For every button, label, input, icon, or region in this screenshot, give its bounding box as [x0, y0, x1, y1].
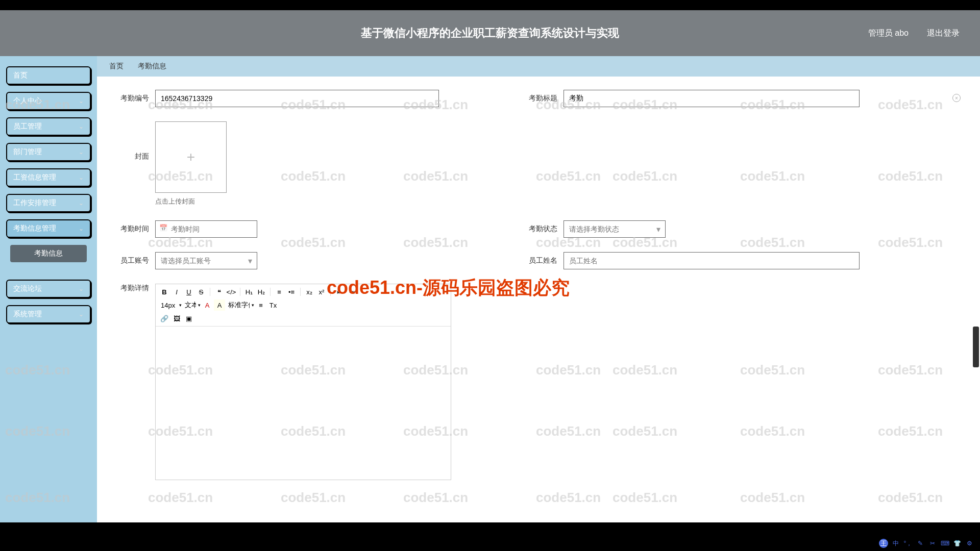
editor-image[interactable]: 🖼	[171, 313, 182, 324]
select-employee-account[interactable]	[155, 252, 257, 269]
upload-hint: 点击上传封面	[155, 197, 227, 206]
chevron-down-icon: ⌄	[79, 311, 84, 318]
editor-content[interactable]	[156, 327, 451, 480]
ime-icon[interactable]: °，	[903, 539, 913, 548]
label-status: 考勤状态	[521, 224, 557, 234]
plus-icon: +	[187, 149, 195, 165]
menu-attendance[interactable]: 考勤信息管理⌄	[6, 219, 91, 238]
upload-cover[interactable]: +	[155, 121, 227, 193]
menu-home[interactable]: 首页	[6, 66, 91, 85]
editor-fontfamily[interactable]	[226, 299, 257, 311]
label-account: 员工账号	[112, 256, 149, 265]
submenu-attendance-info[interactable]: 考勤信息	[10, 245, 87, 262]
chevron-down-icon: ⌄	[79, 148, 84, 156]
crumb-current: 考勤信息	[138, 62, 166, 71]
editor-h2[interactable]: H₂	[256, 286, 267, 297]
ime-icon[interactable]: ✎	[916, 539, 925, 548]
logout-link[interactable]: 退出登录	[927, 28, 960, 39]
editor-link[interactable]: 🔗	[159, 313, 170, 324]
editor-fontsize[interactable]	[159, 299, 184, 311]
rich-text-editor: B I U S ❝ </> H₁ H₂ ≡ •≡	[155, 284, 451, 480]
menu-forum[interactable]: 交流论坛⌄	[6, 280, 91, 298]
chevron-down-icon: ⌄	[79, 174, 84, 181]
menu-profile[interactable]: 个人中心⌄	[6, 92, 91, 110]
editor-indent[interactable]: ⇥	[346, 286, 357, 297]
editor-quote[interactable]: ❝	[213, 286, 225, 297]
editor-video[interactable]: ▣	[183, 313, 194, 324]
app-window: 基于微信小程序的企业职工薪资查询系统设计与实现 管理员 abo 退出登录 首页 …	[0, 10, 980, 522]
scrollbar-thumb[interactable]	[973, 327, 979, 367]
ime-tray: 王 中 °， ✎ ✂ ⌨ 👕 ⚙	[879, 539, 974, 548]
input-employee-name[interactable]	[564, 252, 860, 269]
input-attendance-title[interactable]	[564, 90, 860, 107]
chevron-down-icon: ⌄	[79, 97, 84, 105]
chevron-down-icon: ⌄	[79, 123, 84, 130]
select-attendance-status[interactable]	[564, 220, 666, 238]
input-attendance-id[interactable]	[155, 90, 439, 107]
label-title: 考勤标题	[521, 94, 557, 103]
label-name: 员工姓名	[521, 256, 557, 265]
editor-align[interactable]: ≡	[255, 299, 266, 311]
editor-underline[interactable]: U	[183, 286, 194, 297]
menu-salary[interactable]: 工资信息管理⌄	[6, 168, 91, 187]
editor-sup[interactable]: x²	[316, 286, 327, 297]
editor-code[interactable]: </>	[226, 286, 237, 297]
editor-h1[interactable]: H₁	[243, 286, 255, 297]
editor-bold[interactable]: B	[159, 286, 170, 297]
chevron-down-icon: ⌄	[79, 225, 84, 232]
label-id: 考勤编号	[112, 94, 149, 103]
ime-brand-icon[interactable]: 王	[879, 539, 888, 548]
clear-icon[interactable]: ×	[952, 94, 961, 102]
editor-italic[interactable]: I	[171, 286, 182, 297]
main-panel: 首页 考勤信息 考勤编号 考勤标题 ×	[97, 56, 980, 522]
menu-department[interactable]: 部门管理⌄	[6, 143, 91, 161]
editor-bgcolor[interactable]: A	[214, 299, 225, 311]
sidebar: 首页 个人中心⌄ 员工管理⌄ 部门管理⌄ 工资信息管理⌄ 工作安排管理⌄ 考勤信…	[0, 56, 97, 522]
editor-color[interactable]: A	[202, 299, 213, 311]
breadcrumb: 首页 考勤信息	[97, 56, 980, 77]
input-attendance-time[interactable]	[155, 220, 257, 238]
menu-system[interactable]: 系统管理⌄	[6, 305, 91, 323]
ime-icon[interactable]: ⌨	[940, 539, 949, 548]
ime-icon[interactable]: ⚙	[965, 539, 974, 548]
ime-lang-icon[interactable]: 中	[891, 539, 900, 548]
editor-ul[interactable]: •≡	[286, 286, 297, 297]
menu-schedule[interactable]: 工作安排管理⌄	[6, 194, 91, 212]
label-cover: 封面	[112, 152, 149, 161]
label-time: 考勤时间	[112, 224, 149, 234]
editor-strike[interactable]: S	[195, 286, 207, 297]
crumb-home[interactable]: 首页	[109, 62, 124, 71]
chevron-down-icon: ⌄	[79, 285, 84, 292]
chevron-down-icon: ⌄	[79, 199, 84, 207]
editor-outdent[interactable]: ⇤	[334, 286, 345, 297]
ime-icon[interactable]: 👕	[952, 539, 962, 548]
editor-clear[interactable]: Tx	[267, 299, 279, 311]
label-detail: 考勤详情	[112, 284, 149, 293]
editor-block[interactable]	[183, 299, 203, 311]
top-bar: 基于微信小程序的企业职工薪资查询系统设计与实现 管理员 abo 退出登录	[0, 10, 980, 56]
menu-employee[interactable]: 员工管理⌄	[6, 117, 91, 136]
editor-ol[interactable]: ≡	[274, 286, 285, 297]
editor-sub[interactable]: x₂	[304, 286, 315, 297]
ime-icon[interactable]: ✂	[928, 539, 937, 548]
editor-toolbar: B I U S ❝ </> H₁ H₂ ≡ •≡	[156, 284, 451, 327]
app-title: 基于微信小程序的企业职工薪资查询系统设计与实现	[361, 26, 619, 41]
admin-label[interactable]: 管理员 abo	[868, 28, 909, 39]
